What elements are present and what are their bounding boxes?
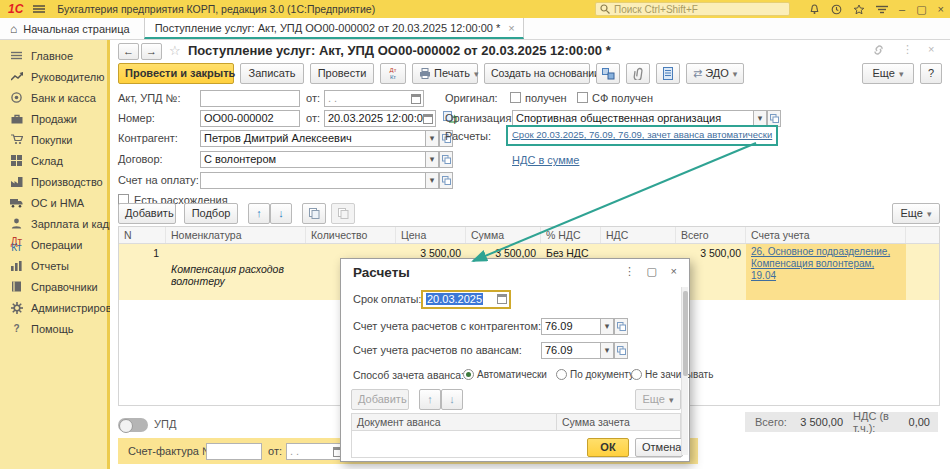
calendar-icon[interactable] xyxy=(497,294,507,304)
add-row-button[interactable]: Добавить xyxy=(118,203,176,224)
tab-home-page[interactable]: ⌂ Начальная страница xyxy=(0,18,144,39)
payment-invoice-input[interactable] xyxy=(200,172,426,189)
invoice-number-input[interactable] xyxy=(206,443,262,460)
show-postings-button[interactable]: ДтКт xyxy=(380,63,406,84)
advance-document-header[interactable]: Документ аванса xyxy=(352,414,557,430)
radio-icon[interactable] xyxy=(631,369,642,380)
history-clock-icon[interactable] xyxy=(831,4,842,15)
sidebar-item-payroll-hr[interactable]: Зарплата и кадры xyxy=(0,213,107,234)
form-more-button[interactable]: Еще▾ xyxy=(862,63,914,84)
move-row-up-button[interactable]: ↑ xyxy=(248,203,270,224)
advance-account-input[interactable]: 76.09 xyxy=(541,342,601,359)
sidebar-item-purchases[interactable]: Покупки xyxy=(0,129,107,150)
copy-link-icon[interactable] xyxy=(872,44,885,56)
print-button[interactable]: Печать▾ xyxy=(412,63,478,84)
offset-option-automatic[interactable]: Автоматически xyxy=(463,369,547,380)
offset-option-by-document[interactable]: По документу xyxy=(556,369,634,380)
upd-toggle[interactable] xyxy=(118,418,148,432)
structure-subordination-button[interactable] xyxy=(596,63,620,84)
nav-forward-button[interactable]: → xyxy=(141,43,162,60)
advance-account-dropdown-button[interactable]: ▾ xyxy=(600,342,614,359)
counterparty-account-dropdown-button[interactable]: ▾ xyxy=(600,318,614,335)
ok-button[interactable]: ОК xyxy=(587,438,629,457)
create-based-on-button[interactable]: Создать на основании▾ xyxy=(484,63,590,84)
scrollbar-thumb[interactable] xyxy=(683,291,688,376)
notifications-bell-icon[interactable] xyxy=(809,4,820,15)
dialog-more-button[interactable]: Еще▾ xyxy=(635,389,681,410)
copy-rows-button[interactable] xyxy=(331,203,355,224)
radio-selected-icon[interactable] xyxy=(463,369,474,380)
payment-invoice-open-button[interactable] xyxy=(439,172,453,189)
dialog-add-button[interactable]: Добавить xyxy=(351,389,409,410)
counterparty-input[interactable]: Петров Дмитрий Алексеевич xyxy=(200,130,426,147)
favorites-star-icon[interactable] xyxy=(853,4,865,15)
calendar-icon[interactable] xyxy=(411,94,421,104)
tab-services-receipt[interactable]: Поступление услуг: Акт, УПД ОО00-000002 … xyxy=(144,18,524,39)
counterparty-account-open-button[interactable] xyxy=(614,318,628,335)
act-number-input[interactable] xyxy=(200,90,300,107)
global-search-input[interactable]: Поиск Ctrl+Shift+F xyxy=(595,2,790,16)
sidebar-item-directories[interactable]: Справочники xyxy=(0,276,107,297)
counterparty-dropdown-button[interactable]: ▾ xyxy=(425,130,439,147)
post-button[interactable]: Провести xyxy=(310,63,374,84)
post-and-close-button[interactable]: Провести и закрыть xyxy=(118,63,234,84)
dialog-move-down-button[interactable]: ↓ xyxy=(441,389,463,410)
advance-documents-empty-body[interactable] xyxy=(352,431,680,457)
tab-close-icon[interactable]: × xyxy=(508,22,514,34)
main-menu-icon[interactable] xyxy=(876,5,888,14)
hamburger-menu-icon[interactable] xyxy=(33,4,45,14)
act-date-input[interactable]: . . xyxy=(324,90,424,107)
save-button[interactable]: Записать xyxy=(240,63,304,84)
dialog-maximize-icon[interactable]: ▢ xyxy=(647,265,657,278)
attachments-button[interactable] xyxy=(626,63,650,84)
sidebar-item-manager[interactable]: Руководителю xyxy=(0,66,107,87)
sidebar-item-administration[interactable]: Администрирование xyxy=(0,297,107,318)
items-more-button[interactable]: Еще▾ xyxy=(892,203,940,224)
dialog-move-up-button[interactable]: ↑ xyxy=(419,389,441,410)
copy-row-button[interactable] xyxy=(302,203,326,224)
offset-sum-header[interactable]: Сумма зачета xyxy=(557,414,630,430)
header-kebab-icon[interactable]: ⋮ xyxy=(902,43,913,56)
window-maximize-button[interactable]: ▢ xyxy=(916,0,926,18)
contract-dropdown-button[interactable]: ▾ xyxy=(425,151,439,168)
settlements-link[interactable]: Срок 20.03.2025, 76.09, 76.09, зачет ава… xyxy=(512,129,772,140)
calendar-icon[interactable] xyxy=(423,114,433,124)
contract-open-button[interactable] xyxy=(439,151,453,168)
date-input[interactable]: 20.03.2025 12:00:00 xyxy=(324,110,436,127)
favorite-star-icon[interactable]: ☆ xyxy=(169,43,181,58)
dialog-kebab-icon[interactable]: ⋮ xyxy=(624,265,635,278)
sidebar-item-operations[interactable]: ДтКт Операции xyxy=(0,234,107,255)
sidebar-item-help[interactable]: ? Помощь xyxy=(0,318,107,339)
contract-input[interactable]: С волонтером xyxy=(200,151,426,168)
move-row-down-button[interactable]: ↓ xyxy=(270,203,292,224)
sidebar-item-main[interactable]: Главное xyxy=(0,45,107,66)
nomenclature-cell[interactable]: Компенсация расходов волонтеру xyxy=(171,263,306,287)
original-received-checkbox[interactable] xyxy=(510,92,521,103)
sidebar-item-production[interactable]: Производство xyxy=(0,171,107,192)
vat-in-sum-link[interactable]: НДС в сумме xyxy=(512,154,579,166)
edo-button[interactable]: ⇄ЭДО▾ xyxy=(686,63,744,84)
help-button[interactable]: ? xyxy=(920,63,942,84)
advance-account-open-button[interactable] xyxy=(614,342,628,359)
radio-icon[interactable] xyxy=(556,369,567,380)
pick-button[interactable]: Подбор xyxy=(184,203,238,224)
cancel-button[interactable]: Отмена xyxy=(635,438,683,457)
sidebar-item-reports[interactable]: Отчеты xyxy=(0,255,107,276)
sf-received-checkbox[interactable] xyxy=(577,92,588,103)
nav-back-button[interactable]: ← xyxy=(118,43,139,60)
report-button[interactable] xyxy=(656,63,680,84)
dialog-close-icon[interactable]: × xyxy=(671,265,677,277)
sidebar-item-bank-cash[interactable]: Банк и касса xyxy=(0,87,107,108)
window-minimize-button[interactable]: – xyxy=(899,0,905,18)
accounts-link[interactable]: 26, Основное подразделение, Компенсация … xyxy=(751,246,890,281)
window-close-button[interactable]: × xyxy=(938,0,944,18)
sidebar-item-warehouse[interactable]: Склад xyxy=(0,150,107,171)
form-close-icon[interactable]: × xyxy=(928,43,934,55)
counterparty-account-input[interactable]: 76.09 xyxy=(541,318,601,335)
offset-option-no-offset[interactable]: Не зачитывать xyxy=(631,369,713,380)
sidebar-item-fixed-assets[interactable]: ОС и НМА xyxy=(0,192,107,213)
payment-invoice-dropdown-button[interactable]: ▾ xyxy=(425,172,439,189)
number-input[interactable]: ОО00-000002 xyxy=(200,110,300,127)
sidebar-item-sales[interactable]: Продажи xyxy=(0,108,107,129)
invoice-date-input[interactable]: . . xyxy=(286,443,346,460)
